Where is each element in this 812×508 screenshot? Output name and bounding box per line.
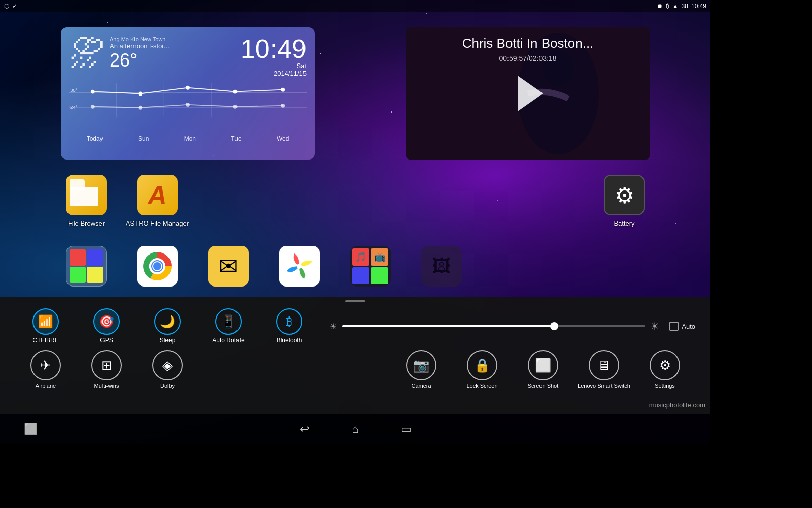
- camera-circle: 📷: [406, 350, 436, 380]
- sleep-label: Sleep: [160, 337, 176, 344]
- gps-icon: 🎯: [99, 314, 114, 329]
- multiwins-label: Multi-wins: [94, 383, 119, 389]
- action-camera[interactable]: 📷 Camera: [391, 350, 452, 389]
- screenshot-label: Screen Shot: [528, 383, 559, 389]
- panel-handle[interactable]: [0, 297, 710, 304]
- lockscreen-label: Lock Screen: [466, 383, 497, 389]
- app-battery[interactable]: ⚙ Battery: [589, 175, 660, 227]
- app-chrome[interactable]: [122, 246, 193, 291]
- battery-label: Battery: [614, 219, 634, 227]
- action-multiwins[interactable]: ⊞ Multi-wins: [76, 350, 137, 389]
- music-play-button[interactable]: [510, 76, 546, 111]
- cast-icon: ⬡: [4, 3, 9, 10]
- nav-multiwindow-button[interactable]: ⬜: [20, 419, 41, 439]
- toggle-gps[interactable]: 🎯 GPS: [76, 308, 137, 344]
- weather-widget[interactable]: ⛈ Ang Mo Kio New Town An afternoon t-sto…: [61, 27, 315, 160]
- weather-day-tue: Tue: [231, 135, 241, 142]
- apps-row-1: File Browser A ASTRO File Manager ⚙ Batt…: [51, 175, 660, 227]
- svg-point-13: [186, 103, 190, 107]
- folder-mini-3: [70, 267, 86, 283]
- brightness-thumb[interactable]: [550, 322, 558, 330]
- action-lockscreen[interactable]: 🔒 Lock Screen: [452, 350, 513, 389]
- weather-days: Today Sun Mon Tue Wed: [69, 135, 307, 142]
- multiwins-icon: ⊞: [101, 358, 112, 373]
- app-file-browser[interactable]: File Browser: [51, 175, 122, 227]
- app-astro[interactable]: A ASTRO File Manager: [122, 175, 193, 227]
- weather-time: 10:49: [241, 36, 307, 62]
- svg-point-10: [281, 88, 285, 92]
- battery-percent: 38: [682, 3, 688, 10]
- settings-icon: ⚙: [659, 358, 671, 373]
- watermark: musicphotolife.com: [649, 401, 705, 409]
- record-icon: ⏺: [657, 3, 663, 10]
- svg-point-26: [297, 264, 302, 269]
- multi-icon: 🎵 📺: [350, 246, 391, 287]
- wifi-status-icon: ▲: [672, 3, 679, 10]
- nav-recent-button[interactable]: ▭: [396, 419, 416, 439]
- gps-toggle-circle: 🎯: [93, 308, 120, 335]
- svg-text:30°: 30°: [70, 87, 78, 93]
- weather-day-mon: Mon: [184, 135, 196, 142]
- action-airplane[interactable]: ✈ Airplane: [15, 350, 76, 389]
- app-photos[interactable]: [264, 246, 335, 291]
- astro-label: ASTRO File Manager: [126, 219, 189, 227]
- multiwins-circle: ⊞: [91, 350, 122, 380]
- smart-switch-circle: 🖥: [589, 350, 619, 380]
- airplane-icon: ✈: [40, 358, 51, 373]
- status-right: ⏺ ₿ ▲ 38 10:49: [657, 3, 706, 10]
- gps-label: GPS: [100, 337, 113, 344]
- control-panel: 📶 CTFIBRE 🎯 GPS 🌙 Sleep 📱 Auto Rotate: [0, 297, 710, 414]
- brightness-high-icon: ☀: [650, 320, 659, 332]
- camera-icon: 📷: [413, 358, 429, 373]
- music-widget[interactable]: Chris Botti In Boston... 00:59:57/02:03:…: [406, 27, 650, 160]
- apps-row-2: ✉ 🎵 📺: [51, 246, 660, 291]
- auto-label: Auto: [682, 323, 695, 330]
- app-envelope[interactable]: ✉: [193, 246, 264, 291]
- bt-toggle-circle: ₿: [276, 308, 302, 335]
- screenshot-circle: ⬜: [528, 350, 558, 380]
- quick-toggles-row: 📶 CTFIBRE 🎯 GPS 🌙 Sleep 📱 Auto Rotate: [0, 304, 710, 348]
- auto-checkbox[interactable]: [669, 322, 679, 331]
- quick-actions-row: ✈ Airplane ⊞ Multi-wins ◈ Dolby 📷 Camera: [0, 348, 710, 393]
- rotate-toggle-circle: 📱: [215, 308, 242, 335]
- brightness-fill: [342, 325, 554, 327]
- camera-label: Camera: [411, 383, 431, 389]
- action-settings[interactable]: ⚙ Settings: [634, 350, 695, 389]
- action-smart-switch[interactable]: 🖥 Lenovo Smart Switch: [573, 350, 634, 389]
- weather-icon: ⛈: [69, 36, 105, 71]
- nav-home-button[interactable]: ⌂: [345, 419, 365, 439]
- lockscreen-circle: 🔒: [467, 350, 497, 380]
- back-icon: ↩: [300, 423, 309, 436]
- bluetooth-toggle-icon: ₿: [286, 314, 292, 329]
- svg-point-15: [281, 104, 285, 108]
- toggle-rotate[interactable]: 📱 Auto Rotate: [198, 308, 259, 344]
- music-title: Chris Botti In Boston...: [416, 36, 639, 51]
- envelope-icon: ✉: [208, 246, 249, 287]
- weather-day-wed: Wed: [277, 135, 289, 142]
- svg-point-8: [186, 86, 190, 90]
- app-folder[interactable]: [51, 246, 122, 287]
- auto-control[interactable]: Auto: [669, 322, 695, 331]
- action-dolby[interactable]: ◈ Dolby: [137, 350, 198, 389]
- handle-bar: [345, 300, 365, 302]
- nav-back-button[interactable]: ↩: [294, 419, 315, 439]
- nav-bar: ⬜ ↩ ⌂ ▭: [0, 414, 710, 444]
- bluetooth-status-icon: ₿: [666, 3, 669, 10]
- action-screenshot[interactable]: ⬜ Screen Shot: [513, 350, 573, 389]
- photos-icon: [279, 246, 320, 287]
- svg-point-14: [233, 105, 238, 109]
- toggle-sleep[interactable]: 🌙 Sleep: [137, 308, 198, 344]
- brightness-slider[interactable]: [342, 325, 645, 327]
- svg-point-9: [233, 90, 238, 94]
- dolby-label: Dolby: [160, 383, 175, 389]
- battery-gear-icon: ⚙: [615, 182, 634, 208]
- settings-label: Settings: [655, 383, 675, 389]
- app-partial[interactable]: 🖼: [406, 246, 477, 291]
- settings-circle: ⚙: [650, 350, 680, 380]
- toggle-bluetooth[interactable]: ₿ Bluetooth: [259, 308, 320, 344]
- weather-description: An afternoon t-stor...: [110, 42, 170, 50]
- sleep-icon: 🌙: [160, 314, 175, 329]
- app-multi[interactable]: 🎵 📺: [335, 246, 406, 291]
- folder-mini-2: [87, 249, 103, 266]
- toggle-wifi[interactable]: 📶 CTFIBRE: [15, 308, 76, 344]
